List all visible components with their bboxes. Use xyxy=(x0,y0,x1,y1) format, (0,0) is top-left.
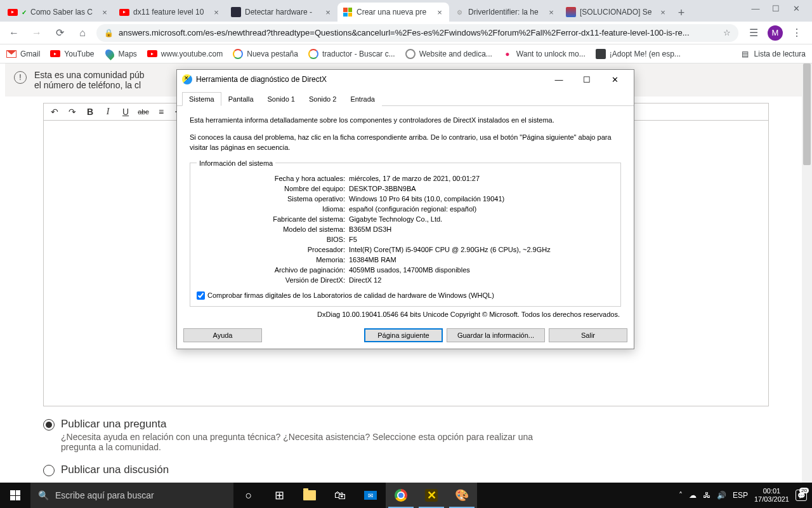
reading-list-button[interactable]: ▤Lista de lectura xyxy=(740,49,806,59)
gmail-icon xyxy=(6,50,16,58)
scrollbar[interactable] xyxy=(802,64,812,483)
bookmark-item[interactable]: Website and dedica... xyxy=(405,49,492,59)
italic-button[interactable]: I xyxy=(101,105,115,119)
help-button[interactable]: Ayuda xyxy=(183,328,262,342)
paint-icon: 🎨 xyxy=(455,488,469,502)
star-icon[interactable]: ☆ xyxy=(723,28,731,37)
forward-button[interactable]: → xyxy=(28,24,46,42)
bookmark-item[interactable]: Nueva pestaña xyxy=(233,49,298,59)
info-row: Sistema operativo:Windows 10 Pro 64 bits… xyxy=(197,195,614,203)
taskbar-clock[interactable]: 00:01 17/03/2021 xyxy=(754,487,789,504)
bookmark-item[interactable]: traductor - Buscar c... xyxy=(308,49,395,59)
reload-button[interactable]: ⟳ xyxy=(51,24,69,42)
bookmark-item[interactable]: ¡Adopt Me! (en esp... xyxy=(596,49,681,59)
dxdiag-copyright: DxDiag 10.00.19041.0546 64 bits Unicode … xyxy=(190,311,621,318)
home-button[interactable]: ⌂ xyxy=(74,24,91,42)
close-icon[interactable]: × xyxy=(435,8,444,17)
dxdiag-tabs: Sistema Pantalla Sonido 1 Sonido 2 Entra… xyxy=(177,89,634,106)
start-button[interactable] xyxy=(0,483,30,508)
microsoft-icon xyxy=(343,7,353,17)
tray-chevron-icon[interactable]: ˄ xyxy=(679,491,683,500)
underline-button[interactable]: U xyxy=(119,105,133,119)
radio-option-discussion[interactable]: Publicar una discusión xyxy=(43,464,769,476)
language-indicator[interactable]: ESP xyxy=(733,491,748,500)
bookmark-item[interactable]: YouTube xyxy=(50,49,94,59)
tab-entrada[interactable]: Entrada xyxy=(343,92,382,106)
browser-tab[interactable]: dx11 feature level 10 × xyxy=(114,3,226,22)
bookmark-item[interactable]: www.youtube.com xyxy=(147,49,223,59)
close-icon[interactable]: × xyxy=(212,8,221,17)
google-icon xyxy=(308,49,318,59)
tab-strip: ✓ Como Saber las C × dx11 feature level … xyxy=(0,0,812,22)
bookmark-item[interactable]: ●Want to unlock mo... xyxy=(502,49,586,59)
radio-option-question[interactable]: Publicar una pregunta ¿Necesita ayuda en… xyxy=(43,418,769,452)
dot-icon: ● xyxy=(502,49,513,59)
browser-tab[interactable]: ✓ Como Saber las C × xyxy=(3,3,114,22)
network-icon[interactable]: 🖧 xyxy=(703,491,710,500)
chrome-button[interactable] xyxy=(386,483,416,508)
info-row: Memoria:16384MB RAM xyxy=(197,256,614,264)
close-icon[interactable]: × xyxy=(547,8,556,17)
cortana-button[interactable]: ○ xyxy=(233,483,264,508)
info-key: Memoria: xyxy=(197,256,349,264)
dxdiag-taskbar-button[interactable]: ✕ xyxy=(416,483,447,508)
info-key: Versión de DirectX: xyxy=(197,276,349,284)
strikethrough-button[interactable]: abc xyxy=(136,105,150,119)
close-icon[interactable]: × xyxy=(324,8,332,17)
dxdiag-window: Herramienta de diagnóstico de DirectX — … xyxy=(176,69,634,349)
close-button[interactable]: ✕ xyxy=(601,70,629,88)
bookmark-item[interactable]: Gmail xyxy=(6,50,40,58)
tab-pantalla[interactable]: Pantalla xyxy=(221,92,261,106)
maximize-button[interactable]: ☐ xyxy=(771,4,780,13)
tab-sonido2[interactable]: Sonido 2 xyxy=(302,92,343,106)
browser-tab[interactable]: ⚙ DriverIdentifier: la he × xyxy=(449,3,561,22)
list-button[interactable]: ≡ xyxy=(154,105,168,119)
task-view-button[interactable]: ⊞ xyxy=(264,483,294,508)
browser-tab[interactable]: Detectar hardware - × xyxy=(226,3,337,22)
exit-button[interactable]: Salir xyxy=(549,328,627,342)
menu-icon[interactable]: ⋮ xyxy=(789,25,804,41)
dxdiag-title: Herramienta de diagnóstico de DirectX xyxy=(196,75,545,84)
close-icon[interactable]: × xyxy=(100,8,109,17)
info-key: Fabricante del sistema: xyxy=(197,215,349,223)
notifications-button[interactable]: 💬20 xyxy=(796,490,807,501)
undo-button[interactable]: ↶ xyxy=(48,105,62,119)
whql-checkbox[interactable]: Comprobar firmas digitales de los Labora… xyxy=(197,291,614,300)
save-info-button[interactable]: Guardar la información... xyxy=(447,328,545,342)
tab-sonido1[interactable]: Sonido 1 xyxy=(261,92,302,106)
close-button[interactable]: ✕ xyxy=(792,4,801,13)
reading-list-icon[interactable]: ☰ xyxy=(746,25,761,41)
back-button[interactable]: ← xyxy=(5,24,23,42)
bookmark-item[interactable]: Maps xyxy=(105,49,137,59)
volume-icon[interactable]: 🔊 xyxy=(717,491,726,500)
mail-button[interactable]: ✉ xyxy=(355,483,386,508)
globe-icon xyxy=(405,49,416,59)
browser-tab[interactable]: [SOLUCIONADO] Se × xyxy=(561,3,672,22)
redo-button[interactable]: ↷ xyxy=(65,105,79,119)
taskbar-search[interactable]: 🔍 Escribe aquí para buscar xyxy=(30,483,233,508)
dxdiag-titlebar[interactable]: Herramienta de diagnóstico de DirectX — … xyxy=(177,70,634,89)
url-field[interactable]: 🔒 answers.microsoft.com/es-es/newthread?… xyxy=(96,24,738,42)
new-tab-button[interactable]: + xyxy=(672,4,690,22)
info-row: Idioma:español (configuración regional: … xyxy=(197,205,614,213)
tab-sistema[interactable]: Sistema xyxy=(182,92,221,106)
info-value: Intel(R) Core(TM) i5-9400F CPU @ 2.90GHz… xyxy=(349,246,614,253)
site-icon xyxy=(231,7,241,17)
close-icon[interactable]: × xyxy=(658,8,667,17)
paint-button[interactable]: 🎨 xyxy=(447,483,477,508)
info-key: Idioma: xyxy=(197,205,349,213)
bold-button[interactable]: B xyxy=(83,105,97,119)
maximize-button[interactable]: ☐ xyxy=(573,70,601,88)
onedrive-icon[interactable]: ☁ xyxy=(689,491,697,500)
next-page-button[interactable]: Página siguiente xyxy=(364,328,443,342)
checkbox-input[interactable] xyxy=(197,291,205,300)
radio-icon xyxy=(43,465,55,476)
minimize-button[interactable]: — xyxy=(751,4,760,13)
system-info-fieldset: Información del sistema Fecha y hora act… xyxy=(190,159,621,307)
browser-tab-active[interactable]: Crear una nueva pre × xyxy=(337,3,449,22)
info-key: Fecha y hora actuales: xyxy=(197,175,349,182)
explorer-button[interactable] xyxy=(294,483,325,508)
minimize-button[interactable]: — xyxy=(545,70,573,88)
store-button[interactable]: 🛍 xyxy=(325,483,355,508)
profile-avatar[interactable]: M xyxy=(768,25,783,41)
